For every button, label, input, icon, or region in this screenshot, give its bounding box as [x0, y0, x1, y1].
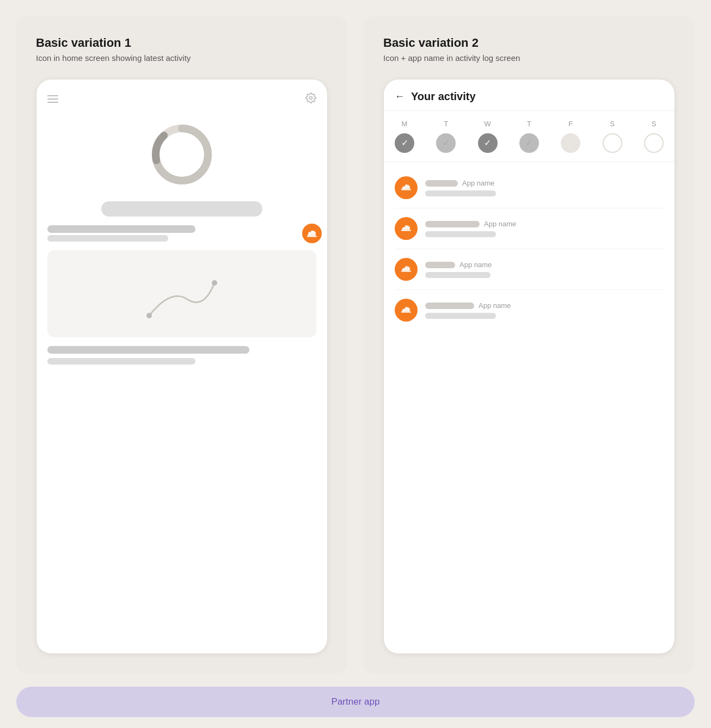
day-label-s1: S [603, 120, 622, 128]
day-label-f: F [561, 120, 580, 128]
activity-item-4[interactable]: App name [395, 290, 664, 330]
activity-content-4: App name [425, 301, 664, 319]
svg-point-5 [146, 313, 152, 318]
day-circle-t2[interactable]: ✓ [519, 133, 539, 153]
activity-badge-left [302, 224, 322, 243]
day-circle-m[interactable]: ✓ [395, 133, 414, 153]
activity-bar-short-1 [425, 180, 458, 187]
check-t1: ✓ [443, 139, 450, 147]
activity-screen-title: Your activity [411, 90, 476, 103]
activity-app-name-3: App name [459, 261, 492, 269]
day-label-m: M [395, 120, 414, 128]
activity-top-1: App name [425, 179, 664, 187]
activity-icon-4 [395, 299, 418, 322]
variation-1-subtitle: Icon in home screen showing latest activ… [36, 53, 328, 63]
activity-top-4: App name [425, 301, 664, 310]
activity-content-1: App name [425, 179, 664, 196]
list-section [47, 225, 316, 242]
donut-chart-area [47, 116, 316, 193]
day-circle-w[interactable]: ✓ [478, 133, 498, 153]
phone-mockup-left [36, 79, 328, 654]
activity-item-2[interactable]: App name [395, 208, 664, 249]
activity-bar-bottom-3 [425, 272, 491, 278]
day-circle-s2[interactable] [644, 133, 664, 153]
activity-item-1[interactable]: App name [395, 168, 664, 208]
day-label-t1: T [436, 120, 456, 128]
partner-app-label: Partner app [332, 696, 380, 707]
bottom-bars [47, 346, 316, 369]
activity-list: App name [384, 162, 675, 653]
variation-2-subtitle: Icon + app name in activity log screen [383, 53, 675, 63]
partner-app-bar[interactable]: Partner app [16, 687, 695, 717]
activity-bar-bottom-1 [425, 190, 496, 196]
activity-app-name-4: App name [479, 301, 511, 310]
svg-point-4 [309, 232, 311, 235]
gear-icon[interactable] [305, 92, 316, 106]
variation-2-panel: Basic variation 2 Icon + app name in act… [364, 16, 695, 674]
activity-icon-1 [395, 176, 418, 199]
activity-top-2: App name [425, 220, 664, 228]
day-circle-s1[interactable] [603, 133, 622, 153]
check-w: ✓ [484, 139, 491, 147]
map-area [47, 250, 316, 337]
activity-phone-mockup: ← Your activity M T W T F S S ✓ [383, 79, 675, 654]
back-arrow-icon[interactable]: ← [395, 91, 404, 102]
list-bar-narrow [47, 235, 168, 242]
activity-top-3: App name [425, 261, 664, 269]
activity-item-3[interactable]: App name [395, 249, 664, 290]
activity-app-name-1: App name [462, 179, 494, 187]
activity-bar-short-4 [425, 303, 474, 309]
day-label-t2: T [519, 120, 539, 128]
activity-bar-short-2 [425, 221, 480, 227]
activity-content-3: App name [425, 261, 664, 278]
activity-header: ← Your activity [384, 79, 675, 111]
activity-app-name-2: App name [484, 220, 516, 228]
days-circles-row: ✓ ✓ ✓ ✓ [395, 133, 664, 153]
check-m: ✓ [401, 139, 408, 147]
variation-2-title: Basic variation 2 [383, 36, 675, 50]
variation-1-title: Basic variation 1 [36, 36, 328, 50]
svg-point-0 [310, 97, 312, 100]
bottom-bar-wide [47, 346, 249, 354]
activity-icon-2 [395, 217, 418, 240]
bottom-bar-narrow [47, 358, 195, 365]
variation-1-panel: Basic variation 1 Icon in home screen sh… [16, 16, 347, 674]
activity-icon-3 [395, 258, 418, 281]
days-section: M T W T F S S ✓ ✓ ✓ [384, 111, 675, 162]
activity-bar-bottom-4 [425, 313, 496, 319]
check-t2: ✓ [525, 139, 532, 147]
list-bar-wide [47, 225, 195, 233]
days-labels-row: M T W T F S S [395, 120, 664, 128]
pill-placeholder [101, 201, 262, 217]
day-label-w: W [478, 120, 498, 128]
activity-content-2: App name [425, 220, 664, 237]
activity-bar-bottom-2 [425, 231, 496, 237]
svg-point-6 [212, 280, 217, 286]
hamburger-icon[interactable] [47, 95, 58, 103]
phone-header-left [47, 90, 316, 108]
day-circle-f[interactable] [561, 133, 580, 153]
day-label-s2: S [644, 120, 664, 128]
activity-bar-short-3 [425, 262, 455, 268]
day-circle-t1[interactable]: ✓ [436, 133, 456, 153]
